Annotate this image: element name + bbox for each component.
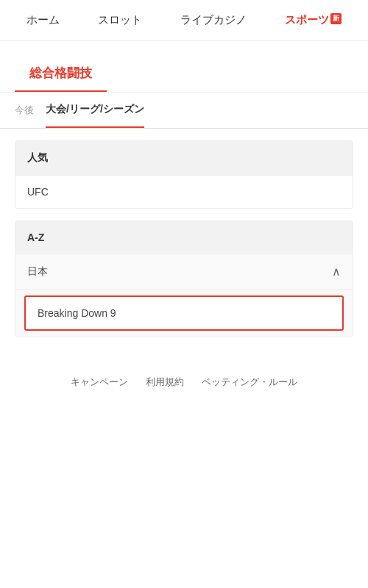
tab-bar: 今後 大会/リーグ/シーズン	[0, 93, 368, 129]
chevron-up-icon: ∧	[332, 265, 341, 279]
az-section: A-Z 日本 ∧ Breaking Down 9	[15, 220, 353, 337]
footer-link-betting-rules[interactable]: ベッティング・ルール	[202, 376, 297, 389]
nav-item-slots[interactable]: スロット	[92, 10, 148, 30]
footer-links: キャンペーン 利用規約 ベッティング・ルール	[0, 352, 368, 412]
popular-header: 人気	[15, 141, 353, 176]
tab-tournament-league[interactable]: 大会/リーグ/シーズン	[46, 93, 144, 128]
nav-item-home[interactable]: ホーム	[21, 10, 66, 30]
section-title-wrapper: 総合格闘技	[0, 41, 368, 93]
az-country-japan[interactable]: 日本 ∧	[15, 254, 353, 290]
az-header: A-Z	[15, 221, 353, 254]
footer-link-terms[interactable]: 利用規約	[146, 376, 184, 389]
nav-item-live-casino[interactable]: ライブカジノ	[174, 10, 252, 30]
footer-link-campaign[interactable]: キャンペーン	[71, 376, 128, 389]
popular-item-ufc[interactable]: UFC	[15, 176, 353, 208]
sports-new-badge: 新	[330, 13, 342, 24]
nav-bar: ホーム スロット ライブカジノ スポーツ新	[0, 0, 368, 41]
popular-section: 人気 UFC	[15, 140, 353, 209]
az-item-breaking-down-9[interactable]: Breaking Down 9	[24, 295, 344, 331]
nav-item-sports[interactable]: スポーツ新	[279, 10, 347, 30]
tab-label-upcoming: 今後	[15, 93, 34, 127]
page-section-title: 総合格闘技	[15, 53, 107, 92]
az-country-japan-label: 日本	[27, 265, 48, 279]
page-content: 総合格闘技 今後 大会/リーグ/シーズン 人気 UFC A-Z 日本 ∧ Bre…	[0, 41, 368, 412]
